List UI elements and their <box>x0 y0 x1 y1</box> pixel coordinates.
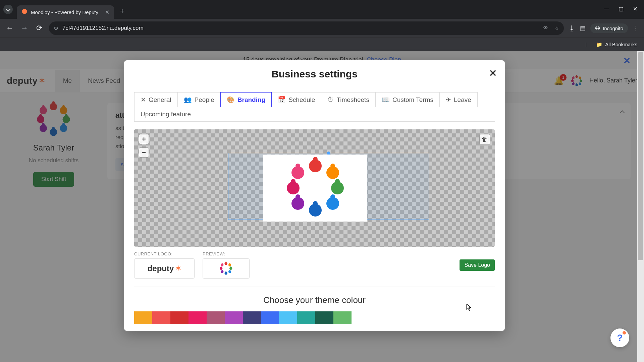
preview-label: PREVIEW: <box>203 251 250 256</box>
tab-title: Moodjoy - Powered by Deputy <box>31 9 98 15</box>
tab-branding[interactable]: 🎨Branding <box>220 92 272 107</box>
site-settings-icon[interactable]: ⚙ <box>54 25 58 32</box>
zoom-out-button[interactable]: − <box>139 147 149 158</box>
downloads-icon[interactable]: ⭳ <box>569 24 575 32</box>
theme-swatch-9[interactable] <box>297 311 315 324</box>
settings-tabs: ✕General 👥People 🎨Branding 📅Schedule ⏱Ti… <box>124 86 505 121</box>
theme-swatch-10[interactable] <box>315 311 333 324</box>
modal-header: Business settings ✕ <box>124 60 505 86</box>
tab-close-button[interactable]: ✕ <box>105 9 109 15</box>
maximize-button[interactable]: ▢ <box>619 6 624 12</box>
scrollbar-thumb[interactable] <box>638 52 643 260</box>
tab-timesheets[interactable]: ⏱Timesheets <box>321 92 376 107</box>
tab-schedule[interactable]: 📅Schedule <box>271 92 321 107</box>
theme-swatch-7[interactable] <box>261 311 279 324</box>
incognito-label: Incognito <box>603 25 623 31</box>
folder-icon: 📁 <box>596 42 602 48</box>
current-logo-box: deputy✶ <box>134 258 195 279</box>
tab-custom-terms[interactable]: 📖Custom Terms <box>375 92 440 107</box>
clock-icon: ⏱ <box>327 96 334 104</box>
preview-logo-box <box>203 258 250 279</box>
theme-swatch-3[interactable] <box>189 311 207 324</box>
calendar-icon: 📅 <box>278 96 286 104</box>
close-window-button[interactable]: ✕ <box>633 6 637 12</box>
minimize-button[interactable]: — <box>604 6 609 12</box>
tab-leave[interactable]: ✈Leave <box>439 92 478 107</box>
people-icon: 👥 <box>184 96 192 104</box>
page-scrollbar[interactable] <box>637 51 644 362</box>
back-button[interactable]: ← <box>5 24 15 33</box>
browser-tab[interactable]: Moodjoy - Powered by Deputy ✕ <box>17 5 114 19</box>
modal-close-button[interactable]: ✕ <box>489 68 497 79</box>
wrench-icon: ✕ <box>141 96 146 104</box>
business-settings-modal: Business settings ✕ ✕General 👥People 🎨Br… <box>124 60 505 331</box>
theme-swatch-5[interactable] <box>225 311 243 324</box>
zoom-in-button[interactable]: + <box>139 134 149 144</box>
browser-tab-strip: Moodjoy - Powered by Deputy ✕ + — ▢ ✕ <box>0 0 644 19</box>
help-notification-dot <box>623 331 626 335</box>
save-logo-button[interactable]: Save Logo <box>460 259 495 271</box>
uploaded-logo-image[interactable] <box>263 155 367 222</box>
browser-toolbar: ← → ⟳ ⚙ 7cf47d19112152.na.deputy.com 👁 ☆… <box>0 19 644 38</box>
address-bar[interactable]: ⚙ 7cf47d19112152.na.deputy.com 👁 ☆ <box>49 21 564 35</box>
svg-point-0 <box>22 9 27 14</box>
tab-general[interactable]: ✕General <box>134 92 178 107</box>
theme-colour-title: Choose your theme colour <box>124 287 505 311</box>
url-text: 7cf47d19112152.na.deputy.com <box>62 25 144 32</box>
hidden-eye-icon[interactable]: 👁 <box>543 25 548 31</box>
modal-title: Business settings <box>134 68 495 80</box>
palette-icon: 🎨 <box>227 96 235 104</box>
bookmark-star-icon[interactable]: ☆ <box>554 25 559 32</box>
tab-search-dropdown[interactable] <box>3 5 13 14</box>
new-tab-button[interactable]: + <box>120 7 124 15</box>
logo-star-icon: ✶ <box>175 264 181 273</box>
theme-swatch-11[interactable] <box>333 311 352 324</box>
tab-upcoming-feature[interactable]: Upcoming feature <box>134 107 495 122</box>
chevron-down-icon <box>6 7 10 12</box>
logo-preview-row: CURRENT LOGO: deputy✶ PREVIEW: Save Logo <box>124 247 505 279</box>
tab-people[interactable]: 👥People <box>177 92 221 107</box>
theme-swatch-8[interactable] <box>279 311 297 324</box>
incognito-badge[interactable]: 🕶 Incognito <box>590 23 628 33</box>
plane-icon: ✈ <box>446 96 451 104</box>
theme-swatch-6[interactable] <box>243 311 261 324</box>
all-bookmarks-link[interactable]: All Bookmarks <box>605 42 637 47</box>
reload-button[interactable]: ⟳ <box>34 24 44 33</box>
tab-favicon <box>21 8 28 16</box>
trash-icon: 🗑 <box>482 136 488 143</box>
bookmarks-divider: | <box>585 42 587 47</box>
book-icon: 📖 <box>382 96 390 104</box>
theme-swatch-2[interactable] <box>170 311 189 324</box>
theme-swatch-4[interactable] <box>207 311 225 324</box>
theme-swatch-1[interactable] <box>152 311 170 324</box>
incognito-icon: 🕶 <box>595 25 600 31</box>
delete-logo-button[interactable]: 🗑 <box>479 134 490 145</box>
current-logo-label: CURRENT LOGO: <box>134 251 195 256</box>
side-panel-icon[interactable]: ▤ <box>580 24 586 32</box>
browser-menu-icon[interactable]: ⋮ <box>633 24 639 32</box>
logo-crop-editor[interactable]: + − 🗑 <box>134 129 495 247</box>
theme-swatch-0[interactable] <box>134 311 152 324</box>
help-button[interactable]: ? <box>610 328 629 347</box>
help-icon: ? <box>617 333 623 343</box>
forward-button[interactable]: → <box>19 24 30 33</box>
bookmarks-bar: | 📁 All Bookmarks <box>0 38 644 51</box>
theme-swatches <box>124 311 505 331</box>
